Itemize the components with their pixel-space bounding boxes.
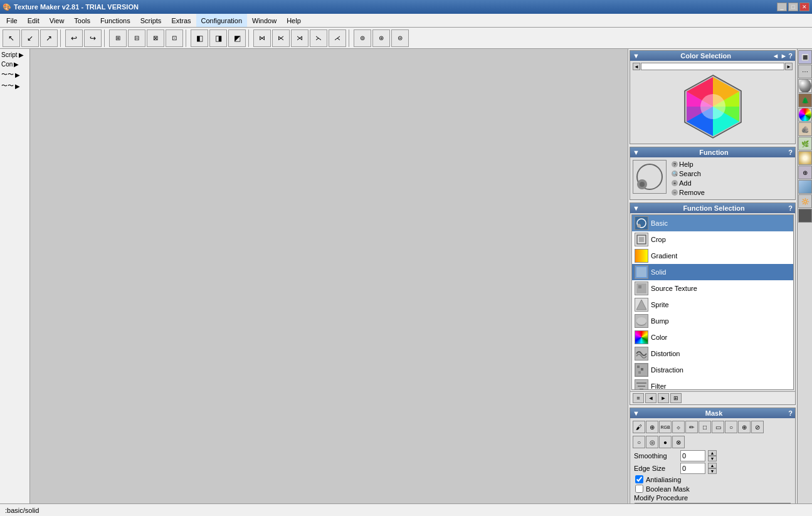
tool-render5[interactable]: ⋌ [329, 29, 346, 47]
func-item-distraction[interactable]: Distraction [632, 362, 793, 378]
menu-file[interactable]: File [1, 14, 23, 27]
menu-configuration[interactable]: Configuration [196, 14, 247, 27]
tool-view3[interactable]: ◩ [228, 29, 246, 47]
mask-tool-copy[interactable]: ⊕ [646, 421, 658, 433]
right-icon-6[interactable]: 🪨 [798, 122, 812, 136]
tool-undo[interactable]: ↩ [65, 29, 83, 47]
right-icon-4[interactable]: 🌲 [798, 93, 812, 107]
color-selection-header[interactable]: ▼ Color Selection ◄ ► ? [630, 51, 795, 61]
function-help[interactable]: ? [788, 149, 793, 156]
menu-window[interactable]: Window [247, 14, 282, 27]
menu-edit[interactable]: Edit [23, 14, 45, 27]
modify-procedure-select[interactable]: <none> [634, 503, 791, 503]
func-item-solid[interactable]: Solid [632, 264, 793, 280]
function-remove-btn[interactable]: − Remove [669, 188, 707, 197]
tool-render2[interactable]: ⋉ [272, 29, 290, 47]
tool-filter1[interactable]: ⊚ [354, 29, 371, 47]
edge-size-down[interactable]: ▼ [708, 468, 717, 474]
smoothing-down[interactable]: ▼ [708, 456, 717, 461]
tool-view1[interactable]: ◧ [191, 29, 208, 47]
func-item-color[interactable]: Color [632, 329, 793, 345]
color-selection-scroll-right[interactable]: ► [780, 52, 787, 60]
mask-tool-circle[interactable]: ○ [725, 421, 737, 433]
mask-tool-rgb[interactable]: RGB [659, 421, 672, 433]
canvas-area[interactable] [30, 49, 628, 503]
func-list-btn2[interactable]: ◄ [645, 393, 656, 403]
menu-scripts[interactable]: Scripts [135, 14, 167, 27]
function-selection-header[interactable]: ▼ Function Selection ? [630, 203, 795, 213]
func-item-crop[interactable]: Crop [632, 231, 793, 248]
tool-open[interactable]: ⊟ [128, 29, 145, 47]
wave-item2[interactable]: 〜〜 ▶ [1, 82, 28, 90]
func-item-distortion[interactable]: Distortion [632, 345, 793, 362]
mask-tool-ring[interactable]: ◎ [646, 436, 658, 448]
mask-tool-eraser[interactable]: ⊘ [751, 421, 764, 433]
tool-save[interactable]: ⊠ [147, 29, 164, 47]
tool-filter3[interactable]: ⊜ [391, 29, 409, 47]
function-add-btn[interactable]: + Add [669, 179, 707, 187]
right-icon-1[interactable]: 🔳 [798, 50, 812, 64]
tool-new[interactable]: ⊞ [109, 29, 127, 47]
color-wheel[interactable] [678, 72, 747, 141]
mask-tool-rect2[interactable]: ▭ [712, 421, 724, 433]
func-item-gradient[interactable]: Gradient [632, 248, 793, 264]
function-selection-help[interactable]: ? [788, 204, 793, 212]
smoothing-up[interactable]: ▲ [708, 450, 717, 456]
func-item-bump[interactable]: Bump [632, 313, 793, 329]
edge-size-input[interactable] [680, 463, 705, 474]
menu-view[interactable]: View [45, 14, 70, 27]
menu-extras[interactable]: Extras [166, 14, 196, 27]
right-icon-12[interactable] [798, 209, 812, 223]
tool-view2[interactable]: ◨ [209, 29, 227, 47]
tool-select2[interactable]: ↙ [21, 29, 39, 47]
tool-render4[interactable]: ⋋ [310, 29, 327, 47]
color-selection-scroll-left[interactable]: ◄ [772, 52, 779, 60]
tool-render3[interactable]: ⋊ [291, 29, 308, 47]
color-scroll-right[interactable]: ► [785, 63, 793, 70]
right-icon-2[interactable]: ⋯ [798, 65, 812, 78]
right-icon-9[interactable]: ⊕ [798, 166, 812, 179]
mask-tool-rect[interactable]: □ [699, 421, 711, 433]
menu-tools[interactable]: Tools [69, 14, 95, 27]
func-list-btn3[interactable]: ► [658, 393, 669, 403]
function-header[interactable]: ▼ Function ? [630, 147, 795, 157]
menu-help[interactable]: Help [282, 14, 306, 27]
func-item-source-texture[interactable]: Source Texture [632, 280, 793, 297]
tool-select[interactable]: ↖ [3, 29, 20, 47]
mask-tool-pen[interactable]: ✏ [685, 421, 698, 433]
func-item-basic[interactable]: Basic [632, 215, 793, 231]
con-item[interactable]: Con ▶ [1, 61, 28, 68]
right-icon-3[interactable] [798, 79, 812, 93]
mask-tool-star[interactable]: ⊕ [738, 421, 751, 433]
antialiasing-checkbox[interactable] [635, 475, 643, 483]
mask-tool-paint[interactable]: 🖌 [633, 421, 645, 433]
color-scroll-left[interactable]: ◄ [633, 63, 640, 70]
color-selection-help[interactable]: ? [788, 52, 793, 60]
tool-render1[interactable]: ⋈ [253, 29, 271, 47]
func-item-sprite[interactable]: Sprite [632, 297, 793, 313]
tool-close[interactable]: ⊡ [166, 29, 183, 47]
function-search-btn[interactable]: 🔍 Search [669, 169, 707, 178]
right-icon-8[interactable] [798, 151, 812, 165]
func-list-btn4[interactable]: ⊞ [670, 393, 682, 403]
color-scroll-track[interactable] [641, 63, 784, 70]
func-item-filter[interactable]: Filter [632, 378, 793, 390]
smoothing-input[interactable] [680, 450, 705, 461]
close-button[interactable]: ✕ [799, 3, 809, 11]
mask-tool-magic[interactable]: ⟐ [672, 421, 685, 433]
func-list-btn1[interactable]: ≡ [633, 393, 644, 403]
edge-size-up[interactable]: ▲ [708, 463, 717, 468]
script-item[interactable]: Script ▶ [1, 51, 28, 58]
tool-select3[interactable]: ↗ [40, 29, 58, 47]
right-icon-11[interactable]: 🔆 [798, 194, 812, 208]
mask-help-btn[interactable]: ? [788, 409, 793, 417]
wave-item1[interactable]: 〜〜 ▶ [1, 70, 28, 79]
right-icon-5[interactable] [798, 108, 812, 122]
tool-redo[interactable]: ↪ [84, 29, 102, 47]
menu-functions[interactable]: Functions [95, 14, 135, 27]
right-icon-10[interactable] [798, 180, 812, 194]
minimize-button[interactable]: _ [777, 3, 787, 11]
function-list-scroll[interactable]: Basic Crop Gradient [631, 214, 794, 390]
maximize-button[interactable]: □ [788, 3, 798, 11]
mask-tool-dot[interactable]: ● [659, 436, 672, 448]
